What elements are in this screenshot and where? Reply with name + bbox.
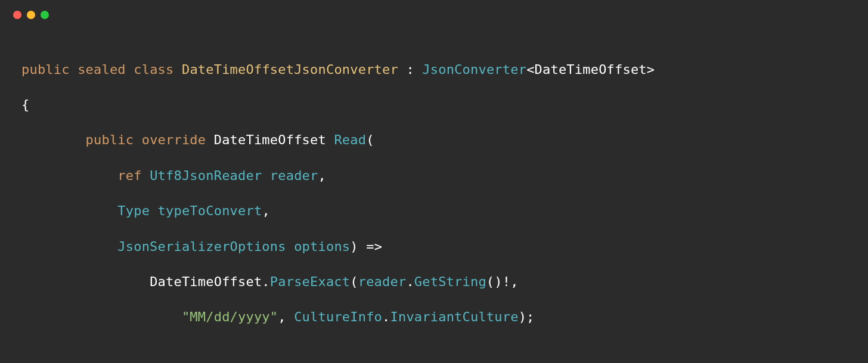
return-type: DateTimeOffset [214,132,326,147]
comma: , [278,309,286,324]
lbrace: { [21,97,29,112]
code-line [21,344,847,362]
arrow: => [366,239,382,254]
method-call: GetString [414,274,486,289]
dot: . [382,309,390,324]
code-line: "MM/dd/yyyy", CultureInfo.InvariantCultu… [21,308,847,326]
class-name: DateTimeOffsetJsonConverter [182,62,398,77]
type-ref: DateTimeOffset [150,274,262,289]
dot: . [406,274,414,289]
base-type: JsonConverter [422,62,526,77]
method-call: ParseExact [270,274,350,289]
code-window: public sealed class DateTimeOffsetJsonCo… [0,0,868,363]
gt: > [647,62,655,77]
method-name: Read [334,132,366,147]
comma: , [262,203,269,218]
param-name: typeToConvert [158,203,262,218]
keyword-public: public [86,132,134,147]
arg: reader [358,274,407,289]
code-line: { [21,96,847,114]
minimize-icon[interactable] [27,11,35,19]
code-block: public sealed class DateTimeOffsetJsonCo… [0,43,868,363]
code-line: DateTimeOffset.ParseExact(reader.GetStri… [21,273,847,291]
lparen: ( [486,274,494,289]
rparen: ) [350,239,358,254]
rparen: ) [494,274,502,289]
string-literal: "MM/dd/yyyy" [182,309,278,324]
colon: : [406,62,414,77]
close-icon[interactable] [13,11,21,19]
param-type: Utf8JsonReader [150,168,262,183]
lparen: ( [366,132,374,147]
param-name: reader [270,168,318,183]
param-type: Type [117,203,150,218]
traffic-lights [0,11,868,19]
param-name: options [294,239,350,254]
semi: ; [526,309,534,324]
code-line: ref Utf8JsonReader reader, [21,167,847,185]
comma: , [318,168,326,183]
bang: ! [503,274,510,289]
code-line: public override DateTimeOffset Read( [21,131,847,149]
code-line: public sealed class DateTimeOffsetJsonCo… [21,61,847,79]
param-type: JsonSerializerOptions [117,239,286,254]
lparen: ( [350,274,358,289]
code-line: Type typeToConvert, [21,202,847,220]
keyword-override: override [142,132,206,147]
code-line: JsonSerializerOptions options) => [21,238,847,256]
keyword-sealed: sealed [78,62,126,77]
property: InvariantCulture [390,309,519,324]
type-ref: CultureInfo [294,309,382,324]
generic-arg: DateTimeOffset [535,62,647,77]
keyword-ref: ref [117,168,141,183]
maximize-icon[interactable] [41,11,49,19]
rparen: ) [519,309,526,324]
keyword-public: public [21,62,70,77]
comma: , [510,274,518,289]
dot: . [262,274,269,289]
keyword-class: class [134,62,173,77]
lt: < [526,62,534,77]
